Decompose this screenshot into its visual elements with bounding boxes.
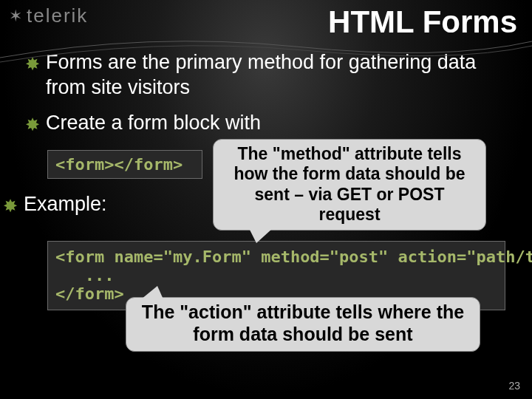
callout-tail-icon (141, 286, 163, 299)
bullet-text-1: Forms are the primary method for gatheri… (46, 50, 507, 100)
bullet-item-2: ✸ Create a form block with (25, 111, 507, 136)
bullet-icon: ✸ (25, 53, 40, 75)
bullet-icon: ✸ (3, 195, 18, 217)
callout-action-attribute: The "action" attribute tells where the f… (126, 297, 480, 352)
bullet-text-3: Example: (24, 192, 202, 217)
callout-tail-icon (249, 228, 273, 243)
callout-text: The "method" attribute tells how the for… (233, 144, 465, 225)
code-and-callout-row: <form></form> ✸ Example: The "method" at… (25, 139, 507, 231)
slide-title: HTML Forms (328, 4, 517, 40)
callout-wrap: The "action" attribute tells where the f… (99, 297, 507, 352)
bullet-text-2: Create a form block with (46, 111, 507, 136)
bullet-item-3: ✸ Example: (3, 192, 202, 217)
callout-text: The "action" attribute tells where the f… (142, 301, 464, 344)
code-snippet-form-tag: <form></form> (47, 150, 202, 179)
brand-logo: ✶ telerik (9, 4, 88, 27)
callout-method-attribute: The "method" attribute tells how the for… (213, 139, 486, 231)
page-number: 23 (508, 380, 520, 392)
slide-content: ✸ Forms are the primary method for gathe… (0, 44, 532, 352)
brand-icon: ✶ (9, 7, 24, 26)
bullet-item-1: ✸ Forms are the primary method for gathe… (25, 50, 507, 100)
slide-header: ✶ telerik HTML Forms (0, 0, 532, 44)
bullet-icon: ✸ (25, 114, 40, 136)
brand-text: telerik (27, 4, 88, 27)
